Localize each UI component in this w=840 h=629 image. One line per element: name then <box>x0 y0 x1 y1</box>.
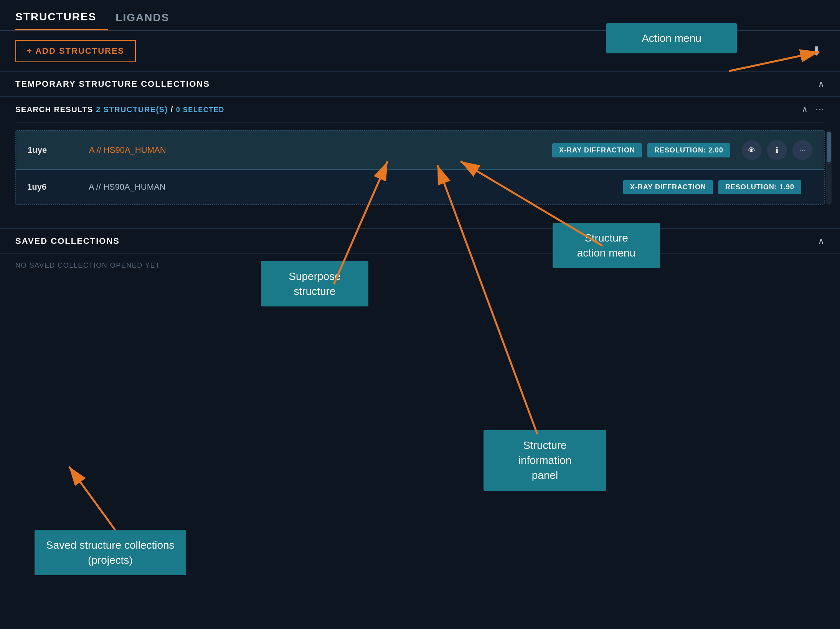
search-results-menu[interactable]: ··· <box>815 104 825 114</box>
scroll-thumb <box>827 132 831 162</box>
action-menu-button[interactable]: ··· <box>792 140 812 160</box>
scrollbar[interactable] <box>826 130 832 205</box>
selected-count: 0 SELECTED <box>176 106 224 114</box>
structure-chain: A // HS90A_HUMAN <box>89 182 623 192</box>
no-collection-message: NO SAVED COLLECTION OPENED YET <box>0 254 840 277</box>
structure-badges: X-RAY DIFFRACTION RESOLUTION: 1.90 <box>623 180 801 194</box>
saved-collections-chevron[interactable]: ∧ <box>818 236 825 247</box>
search-results-chevron[interactable]: ∧ <box>802 104 808 114</box>
saved-collections-header: SAVED COLLECTIONS ∧ <box>0 228 840 254</box>
structure-badges: X-RAY DIFFRACTION RESOLUTION: 2.00 <box>552 143 730 157</box>
tabs-bar: STRUCTURES LIGANDS <box>0 0 840 31</box>
structure-row[interactable]: 1uy6 A // HS90A_HUMAN X-RAY DIFFRACTION … <box>16 170 824 204</box>
search-results-title: SEARCH RESULTS 2 STRUCTURE(S) / 0 SELECT… <box>15 105 224 114</box>
temporary-collections-header: TEMPORARY STRUCTURE COLLECTIONS ∧ <box>0 71 840 97</box>
main-container: STRUCTURES LIGANDS + ADD STRUCTURES ⬇ TE… <box>0 0 840 629</box>
search-results-header: SEARCH RESULTS 2 STRUCTURE(S) / 0 SELECT… <box>15 97 825 122</box>
structure-list-wrapper: 1uye A // HS90A_HUMAN X-RAY DIFFRACTION … <box>15 130 825 205</box>
structure-actions: 👁 ℹ ··· <box>742 140 812 160</box>
superpose-button[interactable]: 👁 <box>742 140 762 160</box>
tab-ligands[interactable]: LIGANDS <box>116 8 181 30</box>
structure-row[interactable]: 1uye A // HS90A_HUMAN X-RAY DIFFRACTION … <box>16 131 824 170</box>
saved-collections-section: SAVED COLLECTIONS ∧ NO SAVED COLLECTION … <box>0 228 840 629</box>
resolution-badge: RESOLUTION: 2.00 <box>647 143 730 157</box>
download-button[interactable]: ⬇ <box>808 41 825 61</box>
search-results-actions: ∧ ··· <box>802 104 825 114</box>
structure-id: 1uye <box>28 145 74 155</box>
add-structures-button[interactable]: + ADD STRUCTURES <box>15 40 136 62</box>
toolbar: + ADD STRUCTURES ⬇ <box>0 31 840 71</box>
resolution-badge: RESOLUTION: 1.90 <box>718 180 801 194</box>
tab-structures[interactable]: STRUCTURES <box>15 7 108 30</box>
method-badge: X-RAY DIFFRACTION <box>623 180 713 194</box>
method-badge: X-RAY DIFFRACTION <box>552 143 642 157</box>
structure-count: 2 STRUCTURE(S) <box>96 105 168 114</box>
structure-list: 1uye A // HS90A_HUMAN X-RAY DIFFRACTION … <box>15 130 825 205</box>
info-button[interactable]: ℹ <box>767 140 787 160</box>
structure-id: 1uy6 <box>27 182 73 192</box>
search-results-section: SEARCH RESULTS 2 STRUCTURE(S) / 0 SELECT… <box>15 97 825 212</box>
structure-chain: A // HS90A_HUMAN <box>89 145 552 155</box>
temporary-collections-title: TEMPORARY STRUCTURE COLLECTIONS <box>15 79 210 89</box>
temporary-collections-chevron[interactable]: ∧ <box>818 79 825 89</box>
saved-collections-title: SAVED COLLECTIONS <box>15 236 120 246</box>
